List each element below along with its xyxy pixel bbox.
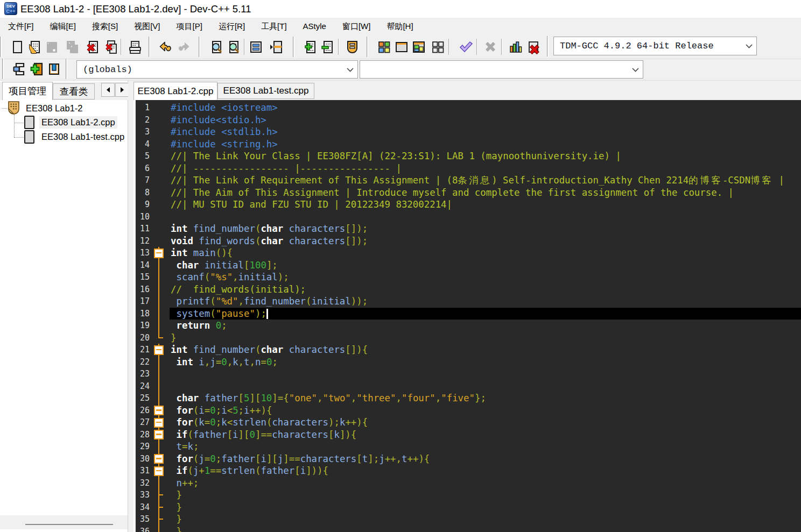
fold-marker[interactable] bbox=[153, 416, 168, 429]
compile-run-button[interactable] bbox=[410, 38, 427, 56]
code-token-id: strlen bbox=[233, 417, 266, 428]
fold-marker bbox=[153, 477, 168, 490]
code-token-op: ; bbox=[221, 320, 227, 331]
toggle-bookmark-button[interactable] bbox=[28, 60, 45, 78]
line-number: 17 bbox=[136, 295, 150, 308]
goto-function-button[interactable] bbox=[247, 38, 264, 56]
menu-item-4[interactable]: 项目[P] bbox=[168, 18, 210, 34]
current-line-band bbox=[170, 380, 801, 393]
compile-button[interactable] bbox=[375, 38, 392, 56]
syntax-check-button[interactable] bbox=[457, 38, 474, 56]
fold-collapse-box[interactable] bbox=[154, 406, 164, 415]
current-line-band bbox=[170, 247, 801, 259]
project-properties-button[interactable] bbox=[343, 38, 361, 56]
code-token-op: ( bbox=[255, 465, 261, 476]
fold-collapse-box[interactable] bbox=[154, 418, 164, 428]
fold-collapse-box[interactable] bbox=[154, 454, 164, 464]
toolbar-group bbox=[199, 37, 285, 56]
fold-collapse-box[interactable] bbox=[154, 249, 164, 258]
classes-select[interactable]: (globals) bbox=[76, 60, 358, 79]
tree-item-file[interactable]: EE308 Lab1-2.cpp bbox=[24, 115, 117, 129]
menu-item-8[interactable]: 窗口[W] bbox=[334, 18, 379, 34]
tab-file[interactable]: EE308 Lab1-test.cpp bbox=[217, 83, 314, 99]
fold-margin bbox=[153, 211, 168, 223]
insert-button[interactable] bbox=[11, 60, 28, 78]
line-number: 4 bbox=[136, 138, 150, 151]
compiler-select[interactable]: TDM-GCC 4.9.2 64-bit Release bbox=[553, 37, 757, 55]
menu-item-5[interactable]: 运行[R] bbox=[210, 18, 253, 34]
toolbar-separator bbox=[501, 39, 502, 55]
swap-header-source-button[interactable] bbox=[268, 38, 285, 56]
find-button[interactable] bbox=[207, 38, 224, 56]
fold-line bbox=[158, 441, 159, 453]
tab-view-classes[interactable]: 查看类 bbox=[53, 83, 95, 100]
run-icon bbox=[394, 40, 409, 54]
code-editor[interactable]: 1#include <iostream>2#include<stdio.h>3#… bbox=[136, 100, 801, 532]
code-token-id: j bbox=[193, 465, 199, 476]
menu-item-3[interactable]: 视图[V] bbox=[126, 18, 168, 34]
menu-item-7[interactable]: AStyle bbox=[295, 18, 334, 34]
redo-icon bbox=[176, 40, 191, 54]
fold-marker[interactable] bbox=[153, 465, 168, 477]
code-line-7: 7//| The Link of Requirement of This Ass… bbox=[136, 174, 801, 187]
fold-marker[interactable] bbox=[153, 429, 168, 441]
code-token-op: [ bbox=[238, 393, 244, 403]
line-number: 8 bbox=[136, 187, 150, 199]
sidebar-scroll-right-button[interactable] bbox=[115, 83, 129, 97]
minus-icon bbox=[156, 422, 161, 423]
tree-item-project[interactable]: EE308 Lab1-2 bbox=[8, 101, 85, 115]
open-file-button[interactable] bbox=[26, 38, 43, 56]
fold-marker[interactable] bbox=[153, 405, 168, 417]
fold-marker[interactable] bbox=[153, 247, 168, 259]
code-line-9: 9//| MU STU ID and FZU STU ID | 20122349… bbox=[136, 198, 801, 211]
menu-item-2[interactable]: 搜索[S] bbox=[84, 18, 126, 34]
menu-item-9[interactable]: 帮助[H] bbox=[378, 18, 421, 34]
new-file-button[interactable] bbox=[9, 38, 26, 56]
menu-item-0[interactable]: 文件[F] bbox=[0, 18, 42, 34]
code-token-op: == bbox=[210, 465, 221, 476]
code-text: } bbox=[171, 489, 182, 501]
fold-marker[interactable] bbox=[153, 453, 168, 465]
sidebar-tab-bar: 项目管理 查看类 bbox=[0, 82, 128, 100]
print-button[interactable] bbox=[126, 38, 143, 56]
add-to-project-button[interactable] bbox=[301, 38, 319, 56]
close-file-button[interactable] bbox=[84, 38, 101, 56]
fold-line bbox=[158, 295, 159, 308]
open-file-icon bbox=[27, 40, 42, 54]
minus-icon bbox=[156, 252, 161, 254]
code-token-id: main bbox=[193, 247, 216, 258]
tree-item-file[interactable]: EE308 Lab1-test.cpp bbox=[24, 130, 127, 144]
line-number: 31 bbox=[136, 465, 150, 477]
code-token-op: }; bbox=[475, 393, 486, 403]
run-button[interactable] bbox=[392, 38, 410, 56]
rebuild-all-button[interactable] bbox=[429, 38, 446, 56]
sidebar-scroll-left-button[interactable] bbox=[101, 83, 115, 97]
code-token-op: ( bbox=[205, 272, 210, 282]
code-token-op: = bbox=[205, 453, 210, 464]
profile-button[interactable] bbox=[507, 38, 524, 56]
code-text: #include <iostream> bbox=[171, 102, 278, 114]
chevron-down-icon bbox=[342, 65, 357, 75]
menu-item-6[interactable]: 工具[T] bbox=[253, 18, 295, 34]
line-number: 29 bbox=[136, 441, 150, 453]
fold-collapse-box[interactable] bbox=[154, 345, 164, 355]
undo-button[interactable] bbox=[157, 38, 174, 56]
menu-item-1[interactable]: 编辑[E] bbox=[42, 18, 84, 34]
delete-profiling-button[interactable] bbox=[525, 38, 542, 56]
close-all-button[interactable] bbox=[101, 38, 118, 56]
fold-collapse-box[interactable] bbox=[154, 466, 164, 476]
code-token-kw: char bbox=[176, 260, 199, 271]
fold-collapse-box[interactable] bbox=[154, 430, 164, 439]
sidebar-horizontal-scrollbar[interactable] bbox=[0, 515, 128, 529]
scrollbar-thumb[interactable] bbox=[25, 524, 113, 525]
text-caret bbox=[266, 309, 268, 319]
remove-from-project-button[interactable] bbox=[319, 38, 336, 56]
members-select[interactable] bbox=[360, 60, 643, 79]
goto-bookmark-button[interactable] bbox=[45, 60, 62, 78]
tab-file-active[interactable]: EE308 Lab1-2.cpp bbox=[134, 82, 217, 100]
tab-project-manager[interactable]: 项目管理 bbox=[2, 82, 53, 100]
panel-splitter[interactable] bbox=[128, 100, 135, 532]
fold-marker[interactable] bbox=[153, 344, 168, 356]
replace-button[interactable] bbox=[224, 38, 242, 56]
code-token-id: characters bbox=[289, 223, 346, 234]
